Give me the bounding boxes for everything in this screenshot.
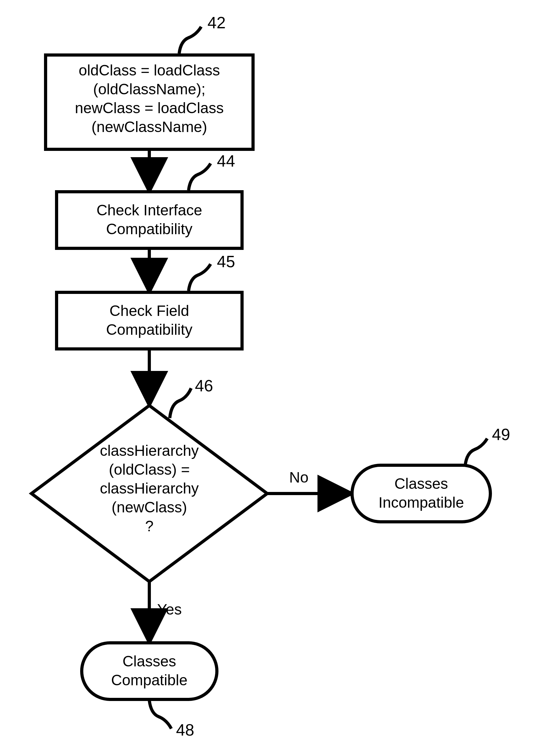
svg-rect-4 — [352, 465, 491, 522]
edge-label-no: No — [289, 469, 308, 486]
node-45-text-2: Compatibility — [106, 321, 193, 338]
label-45-text: 45 — [217, 252, 235, 271]
node-48-text-2: Compatible — [111, 672, 188, 688]
node-46-text-1: classHierarchy — [100, 442, 199, 459]
node-48-compatible: Classes Compatible — [82, 643, 217, 699]
label-48-text: 48 — [176, 721, 194, 739]
node-46-text-2: (oldClass) = — [109, 461, 189, 478]
node-44-text-1: Check Interface — [97, 202, 202, 218]
node-44-check-interface: Check Interface Compatibility — [57, 192, 242, 248]
label-44: 44 — [189, 152, 235, 190]
node-42-text-1: oldClass = loadClass — [79, 62, 220, 79]
node-42-text-3: newClass = loadClass — [75, 100, 224, 116]
node-46-text-4: (newClass) — [112, 499, 187, 516]
node-46-decision-hierarchy: classHierarchy (oldClass) = classHierarc… — [31, 406, 267, 581]
svg-rect-1 — [57, 192, 242, 248]
label-42-text: 42 — [208, 14, 226, 32]
node-49-text-2: Incompatible — [379, 494, 464, 511]
node-42-text-4: (newClassName) — [92, 119, 207, 135]
label-46: 46 — [170, 377, 213, 418]
node-44-text-2: Compatibility — [106, 221, 193, 237]
label-42: 42 — [179, 14, 226, 53]
node-49-incompatible: Classes Incompatible — [352, 465, 491, 522]
label-49: 49 — [465, 425, 510, 465]
label-46-text: 46 — [195, 377, 213, 395]
node-42-text-2: (oldClassName); — [93, 81, 205, 98]
flowchart-diagram: oldClass = loadClass (oldClassName); new… — [0, 0, 535, 756]
node-46-text-3: classHierarchy — [100, 480, 199, 497]
edge-label-yes: Yes — [157, 601, 182, 618]
label-49-text: 49 — [492, 425, 510, 443]
svg-rect-5 — [82, 643, 217, 699]
node-48-text-1: Classes — [123, 653, 176, 670]
node-45-text-1: Check Field — [109, 302, 189, 319]
label-45: 45 — [189, 252, 235, 291]
label-44-text: 44 — [217, 152, 235, 170]
node-49-text-1: Classes — [394, 475, 448, 492]
svg-rect-2 — [57, 292, 242, 349]
node-46-text-5: ? — [145, 518, 154, 534]
node-45-check-field: Check Field Compatibility — [57, 292, 242, 349]
label-48: 48 — [149, 700, 194, 739]
node-42-load-classes: oldClass = loadClass (oldClassName); new… — [45, 55, 253, 149]
